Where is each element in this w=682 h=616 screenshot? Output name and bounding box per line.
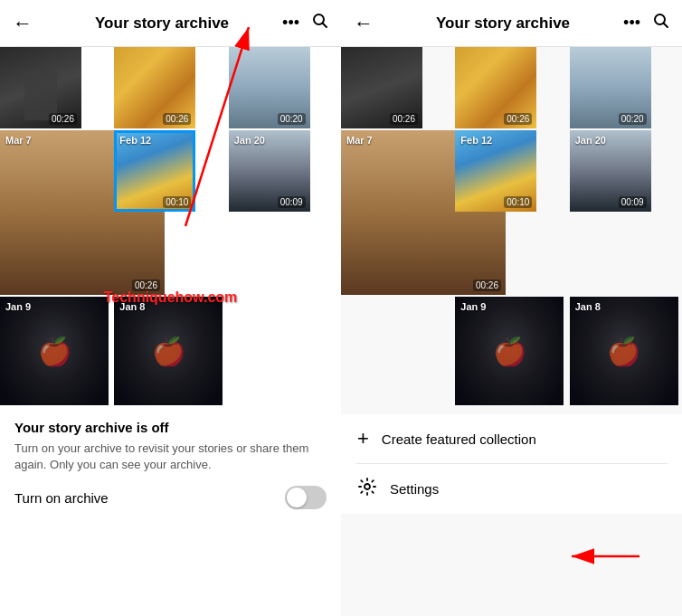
- right-page-title: Your story archive: [383, 14, 623, 33]
- archive-title: Your story archive is off: [14, 420, 327, 435]
- right-story-grid: 00:26 00:26 00:20 Mar 7 00:26 Feb 12 00:…: [341, 47, 682, 405]
- duration-jan20: 00:09: [278, 196, 306, 208]
- left-story-grid: 00:26 00:26 00:20 Mar 7 00:26 Feb 12 00:…: [0, 47, 341, 405]
- left-page-title: Your story archive: [42, 14, 282, 33]
- archive-description: Turn on your archive to revisit your sto…: [14, 441, 327, 473]
- settings-label: Settings: [390, 481, 439, 497]
- left-header-icons: •••: [282, 13, 328, 33]
- plus-icon: +: [357, 427, 369, 450]
- left-back-button[interactable]: ←: [13, 12, 33, 35]
- create-collection-button[interactable]: + Create featured collection: [341, 414, 682, 463]
- right-more-icon[interactable]: •••: [623, 14, 640, 33]
- right-thumb-1[interactable]: 00:26: [341, 47, 422, 128]
- settings-button[interactable]: Settings: [341, 464, 682, 514]
- right-thumb-3[interactable]: 00:20: [570, 47, 651, 128]
- label-feb12: Feb 12: [119, 135, 151, 146]
- right-back-button[interactable]: ←: [354, 12, 374, 35]
- spacer: [341, 405, 682, 414]
- duration-mar7: 00:26: [132, 280, 160, 291]
- label-mar7: Mar 7: [5, 135, 32, 146]
- right-thumb-2[interactable]: 00:26: [455, 47, 536, 128]
- r-label-feb12: Feb 12: [460, 135, 492, 146]
- story-thumb-jan8[interactable]: Jan 8 🍎: [114, 297, 223, 405]
- toggle-label: Turn on archive: [14, 490, 109, 506]
- archive-info: Your story archive is off Turn on your a…: [0, 405, 341, 616]
- archive-toggle[interactable]: [285, 486, 327, 509]
- label-jan9: Jan 9: [5, 301, 31, 312]
- actions-container: + Create featured collection Settings: [341, 414, 682, 514]
- duration-3: 00:20: [278, 113, 306, 125]
- r-label-jan20: Jan 20: [575, 135, 606, 146]
- right-header-icons: •••: [623, 13, 669, 33]
- r-apple-jan8: 🍎: [607, 336, 640, 367]
- story-thumb-1[interactable]: 00:26: [0, 47, 81, 128]
- svg-line-1: [323, 24, 327, 28]
- r-label-mar7: Mar 7: [346, 135, 373, 146]
- right-header: ← Your story archive •••: [341, 0, 682, 47]
- right-thumb-jan20[interactable]: Jan 20 00:09: [570, 130, 651, 212]
- create-collection-label: Create featured collection: [382, 431, 536, 447]
- right-col1-empty: [341, 297, 453, 405]
- r-duration-3: 00:20: [619, 113, 647, 125]
- r-duration-mar7: 00:26: [473, 280, 501, 291]
- right-thumb-feb12[interactable]: Feb 12 00:10: [455, 130, 536, 212]
- r-apple-jan9: 🍎: [493, 336, 526, 367]
- left-more-icon[interactable]: •••: [282, 14, 299, 33]
- story-thumb-2[interactable]: 00:26: [114, 47, 195, 128]
- left-header: ← Your story archive •••: [0, 0, 341, 47]
- duration-2: 00:26: [163, 113, 191, 125]
- label-jan8: Jan 8: [119, 301, 145, 312]
- apple-icon-jan8: 🍎: [152, 336, 185, 367]
- r-duration-jan20: 00:09: [619, 196, 647, 208]
- right-bottom-area: + Create featured collection Settings: [341, 405, 682, 616]
- left-panel: ← Your story archive ••• 00:26 00:26: [0, 0, 341, 616]
- svg-line-5: [664, 24, 668, 28]
- r-duration-2: 00:26: [504, 113, 532, 125]
- story-thumb-3[interactable]: 00:20: [229, 47, 310, 128]
- r-label-jan8: Jan 8: [575, 301, 601, 312]
- right-thumb-jan8[interactable]: Jan 8 🍎: [570, 297, 678, 405]
- r-duration-1: 00:26: [390, 113, 418, 125]
- r-duration-feb12: 00:10: [504, 196, 532, 208]
- story-thumb-feb12[interactable]: Feb 12 00:10: [114, 130, 195, 212]
- toggle-knob: [287, 488, 307, 507]
- r-label-jan9: Jan 9: [460, 301, 486, 312]
- right-panel: ← Your story archive ••• 00:26 00:26 00:…: [341, 0, 682, 616]
- duration-feb12: 00:10: [163, 196, 191, 208]
- story-thumb-jan9[interactable]: Jan 9 🍎: [0, 297, 109, 405]
- toggle-row: Turn on archive: [14, 486, 327, 509]
- right-search-icon[interactable]: [653, 13, 669, 33]
- story-thumb-jan20[interactable]: Jan 20 00:09: [229, 130, 310, 212]
- right-thumb-jan9[interactable]: Jan 9 🍎: [455, 297, 564, 405]
- apple-icon-jan9: 🍎: [38, 336, 71, 367]
- label-jan20: Jan 20: [234, 135, 265, 146]
- gear-icon: [357, 477, 377, 501]
- left-search-icon[interactable]: [312, 13, 328, 33]
- svg-point-6: [365, 484, 370, 489]
- duration-1: 00:26: [49, 113, 77, 125]
